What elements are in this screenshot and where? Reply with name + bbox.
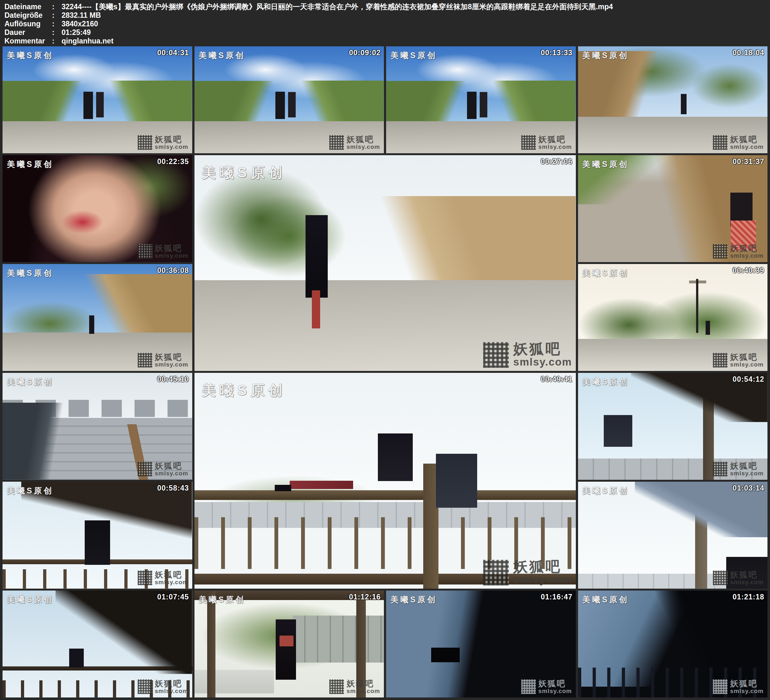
qr-site-url: smlsy.com — [513, 574, 572, 585]
qr-site-name: 妖狐吧 — [730, 244, 764, 253]
qr-site-url: smlsy.com — [730, 579, 764, 585]
video-thumbnail: 美曦S原创00:18:04妖狐吧smlsy.com — [578, 46, 768, 153]
qr-watermark: 妖狐吧smlsy.com — [329, 135, 380, 150]
qr-site-name: 妖狐吧 — [730, 135, 764, 144]
qr-site-url: smlsy.com — [730, 144, 764, 150]
timestamp-overlay: 00:54:12 — [733, 375, 764, 384]
qr-code-icon — [713, 570, 728, 585]
brand-watermark: 美曦S原创 — [7, 50, 53, 61]
video-thumbnail: 美曦S原创00:45:10妖狐吧smlsy.com — [3, 373, 192, 480]
qr-code-icon — [138, 244, 152, 259]
timestamp-overlay: 01:16:47 — [540, 593, 573, 601]
timestamp-overlay: 00:18:04 — [733, 49, 764, 57]
qr-code-icon — [483, 559, 509, 585]
qr-site-name: 妖狐吧 — [730, 679, 764, 688]
qr-watermark: 妖狐吧smlsy.com — [521, 135, 572, 150]
video-thumbnail: 美曦S原创00:09:02妖狐吧smlsy.com — [194, 46, 384, 153]
qr-watermark-text: 妖狐吧smlsy.com — [730, 570, 764, 585]
qr-watermark: 妖狐吧smlsy.com — [521, 679, 572, 694]
timestamp-overlay: 00:49:41 — [540, 375, 573, 384]
qr-watermark-text: 妖狐吧smlsy.com — [155, 570, 188, 585]
qr-site-url: smlsy.com — [155, 253, 188, 259]
brand-watermark: 美曦S原创 — [202, 164, 286, 182]
brand-watermark: 美曦S原创 — [582, 50, 629, 61]
qr-watermark: 妖狐吧smlsy.com — [713, 135, 764, 150]
metadata-label: Dauer — [5, 28, 52, 37]
metadata-label: Kommentar — [5, 37, 52, 45]
qr-site-url: smlsy.com — [155, 361, 188, 368]
metadata-row-filesize: Dateigröße : 2832.11 MB — [5, 11, 770, 19]
video-thumbnail: 美曦S原创01:21:18妖狐吧smlsy.com — [578, 590, 768, 697]
brand-watermark: 美曦S原创 — [391, 594, 437, 605]
metadata-row-resolution: Auflösung : 3840x2160 — [5, 19, 770, 28]
qr-code-icon — [138, 570, 152, 585]
timestamp-overlay: 00:40:39 — [733, 266, 764, 275]
qr-site-name: 妖狐吧 — [539, 679, 572, 688]
qr-watermark-text: 妖狐吧smlsy.com — [155, 462, 188, 476]
qr-site-name: 妖狐吧 — [730, 462, 764, 470]
qr-site-name: 妖狐吧 — [155, 462, 188, 470]
qr-watermark-text: 妖狐吧smlsy.com — [730, 679, 764, 694]
qr-code-icon — [713, 135, 728, 150]
qr-watermark: 妖狐吧smlsy.com — [138, 462, 188, 476]
metadata-separator: : — [52, 11, 61, 19]
comment-value: qinglanhua.net — [61, 37, 770, 45]
video-thumbnail: 美曦S原创00:40:39妖狐吧smlsy.com — [578, 264, 768, 371]
qr-watermark-text: 妖狐吧smlsy.com — [539, 135, 572, 150]
qr-site-name: 妖狐吧 — [513, 559, 572, 574]
timestamp-overlay: 00:13:33 — [540, 49, 573, 57]
qr-site-url: smlsy.com — [346, 144, 380, 150]
qr-code-icon — [329, 679, 344, 694]
filesize-value: 2832.11 MB — [61, 11, 770, 19]
qr-watermark-text: 妖狐吧smlsy.com — [730, 244, 764, 259]
qr-site-url: smlsy.com — [513, 356, 572, 368]
qr-site-url: smlsy.com — [155, 688, 188, 694]
qr-watermark-text: 妖狐吧smlsy.com — [155, 135, 188, 150]
resolution-value: 3840x2160 — [61, 19, 770, 28]
video-thumbnail: 美曦S原创00:27:06妖狐吧smlsy.com — [194, 155, 576, 371]
qr-watermark-text: 妖狐吧smlsy.com — [155, 353, 188, 368]
qr-watermark: 妖狐吧smlsy.com — [483, 559, 572, 585]
metadata-separator: : — [52, 37, 61, 45]
brand-watermark: 美曦S原创 — [582, 268, 629, 278]
qr-site-name: 妖狐吧 — [155, 679, 188, 688]
metadata-row-filename: Dateiname : 32244----【美曦s】最真实的户外捆绑《伪娘户外捆… — [5, 3, 770, 11]
qr-code-icon — [138, 353, 152, 368]
brand-watermark: 美曦S原创 — [582, 486, 629, 496]
metadata-header: Dateiname : 32244----【美曦s】最真实的户外捆绑《伪娘户外捆… — [0, 0, 770, 46]
qr-watermark: 妖狐吧smlsy.com — [138, 244, 188, 259]
qr-watermark-text: 妖狐吧smlsy.com — [155, 244, 188, 259]
video-thumbnail: 美曦S原创01:16:47妖狐吧smlsy.com — [386, 590, 576, 697]
qr-watermark: 妖狐吧smlsy.com — [138, 353, 188, 368]
video-thumbnail: 美曦S原创00:49:41妖狐吧smlsy.com — [194, 373, 576, 589]
qr-site-name: 妖狐吧 — [539, 135, 572, 144]
video-thumbnail: 美曦S原创00:36:08妖狐吧smlsy.com — [3, 264, 192, 371]
video-thumbnail: 美曦S原创01:03:14妖狐吧smlsy.com — [578, 482, 768, 589]
brand-watermark: 美曦S原创 — [199, 50, 246, 61]
metadata-label: Auflösung — [5, 19, 52, 28]
qr-site-name: 妖狐吧 — [155, 353, 188, 361]
qr-watermark: 妖狐吧smlsy.com — [138, 679, 188, 694]
metadata-separator: : — [52, 28, 61, 37]
qr-code-icon — [713, 679, 728, 694]
brand-watermark: 美曦S原创 — [7, 268, 53, 278]
timestamp-overlay: 00:09:02 — [349, 49, 381, 57]
qr-watermark: 妖狐吧smlsy.com — [713, 244, 764, 259]
video-thumbnail: 美曦S原创00:04:31妖狐吧smlsy.com — [3, 46, 192, 153]
qr-watermark-text: 妖狐吧smlsy.com — [155, 679, 188, 694]
timestamp-overlay: 00:36:08 — [157, 266, 189, 275]
timestamp-overlay: 00:45:10 — [157, 375, 189, 384]
qr-code-icon — [138, 679, 152, 694]
qr-code-icon — [521, 135, 536, 150]
brand-watermark: 美曦S原创 — [7, 159, 53, 169]
brand-watermark: 美曦S原创 — [199, 594, 246, 605]
qr-site-url: smlsy.com — [539, 688, 572, 694]
brand-watermark: 美曦S原创 — [7, 486, 53, 496]
metadata-row-comment: Kommentar : qinglanhua.net — [5, 37, 770, 45]
qr-site-name: 妖狐吧 — [513, 342, 572, 356]
qr-watermark: 妖狐吧smlsy.com — [483, 342, 572, 368]
qr-watermark-text: 妖狐吧smlsy.com — [730, 135, 764, 150]
qr-code-icon — [713, 353, 728, 368]
brand-watermark: 美曦S原创 — [7, 594, 53, 605]
qr-watermark-text: 妖狐吧smlsy.com — [346, 135, 380, 150]
